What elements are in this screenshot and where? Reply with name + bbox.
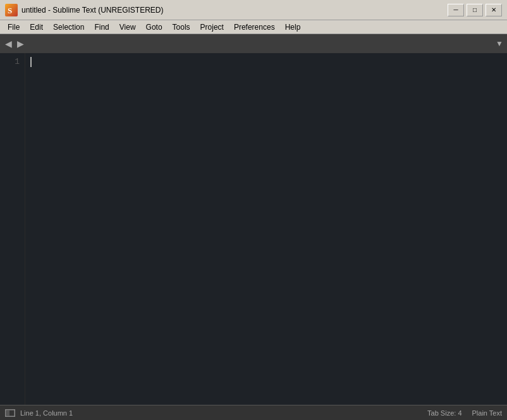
window-title: untitled - Sublime Text (UNREGISTERED)	[21, 6, 164, 15]
tab-size[interactable]: Tab Size: 4	[427, 409, 461, 417]
cursor-line	[30, 56, 502, 67]
title-bar-left: S untitled - Sublime Text (UNREGISTERED)	[5, 4, 164, 16]
editor-container: 1	[0, 53, 507, 405]
app-icon: S	[5, 4, 18, 16]
window-controls: ─ □ ✕	[448, 4, 502, 16]
tab-dropdown-icon[interactable]: ▼	[496, 39, 503, 48]
menu-item-selection[interactable]: Selection	[48, 21, 89, 34]
status-position[interactable]: Line 1, Column 1	[20, 409, 73, 417]
status-left: Line 1, Column 1	[5, 409, 73, 417]
title-bar: S untitled - Sublime Text (UNREGISTERED)…	[0, 0, 507, 20]
menu-item-goto[interactable]: Goto	[141, 21, 168, 34]
menu-item-project[interactable]: Project	[195, 21, 229, 34]
line-numbers: 1	[0, 53, 25, 405]
menu-bar: FileEditSelectionFindViewGotoToolsProjec…	[0, 20, 507, 34]
editor-content[interactable]	[25, 53, 507, 405]
minimize-button[interactable]: ─	[448, 4, 464, 16]
tab-nav-left[interactable]: ◀	[3, 39, 15, 49]
status-right: Tab Size: 4 Plain Text	[427, 409, 502, 417]
close-button[interactable]: ✕	[486, 4, 502, 16]
menu-item-view[interactable]: View	[114, 21, 141, 34]
menu-item-edit[interactable]: Edit	[25, 21, 48, 34]
status-icon	[5, 409, 15, 417]
maximize-button[interactable]: □	[467, 4, 483, 16]
tab-bar: ◀ ▶ ▼	[0, 34, 507, 53]
line-number-1: 1	[5, 56, 20, 68]
menu-item-help[interactable]: Help	[280, 21, 306, 34]
syntax-mode[interactable]: Plain Text	[472, 409, 503, 417]
svg-text:S: S	[8, 6, 12, 15]
menu-item-preferences[interactable]: Preferences	[229, 21, 280, 34]
menu-item-file[interactable]: File	[3, 21, 25, 34]
svg-rect-3	[6, 411, 9, 416]
menu-item-find[interactable]: Find	[89, 21, 114, 34]
text-cursor	[30, 57, 32, 67]
status-bar: Line 1, Column 1 Tab Size: 4 Plain Text	[0, 405, 507, 420]
menu-item-tools[interactable]: Tools	[168, 21, 195, 34]
tab-nav-right[interactable]: ▶	[15, 39, 27, 49]
